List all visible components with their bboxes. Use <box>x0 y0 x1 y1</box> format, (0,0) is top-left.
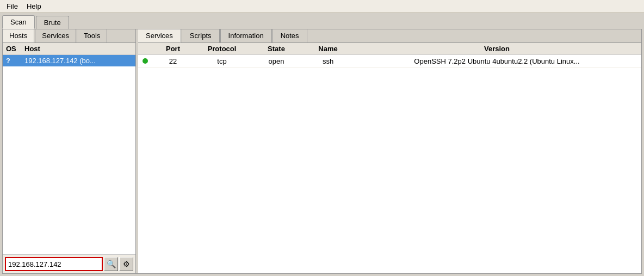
tab-information[interactable]: Information <box>220 29 272 42</box>
service-protocol-cell: tcp <box>195 57 249 65</box>
options-button[interactable]: ⚙ <box>119 257 133 271</box>
hosts-col-os-header: OS <box>3 45 22 53</box>
services-col-name-header: Name <box>304 45 352 53</box>
tab-services-left[interactable]: Services <box>35 29 76 42</box>
tab-notes[interactable]: Notes <box>273 29 307 42</box>
services-col-indicator-header <box>138 45 151 53</box>
app-container: Scan Brute Hosts Services Tools OS Host … <box>0 13 644 276</box>
services-table-header: Port Protocol State Name Version <box>138 43 641 55</box>
left-sub-tab-bar: Hosts Services Tools <box>3 29 135 43</box>
hosts-table: OS Host ? 192.168.127.142 (bo... <box>3 43 135 254</box>
menu-bar: File Help <box>0 0 644 13</box>
host-os-cell: ? <box>3 57 22 65</box>
scan-button[interactable]: 🔍 <box>104 257 118 271</box>
top-tab-bar: Scan Brute <box>2 15 642 29</box>
tab-tools[interactable]: Tools <box>77 29 107 42</box>
tab-hosts[interactable]: Hosts <box>3 29 34 42</box>
hosts-col-host-header: Host <box>22 45 135 53</box>
menu-file[interactable]: File <box>2 1 22 11</box>
services-table-row[interactable]: 22 tcp open ssh OpenSSH 7.2p2 Ubuntu 4ub… <box>138 55 641 68</box>
services-col-version-header: Version <box>352 45 641 53</box>
bottom-input-area: 🔍 ⚙ <box>3 254 135 273</box>
services-col-protocol-header: Protocol <box>195 45 249 53</box>
tab-scan[interactable]: Scan <box>2 15 35 29</box>
hosts-table-row[interactable]: ? 192.168.127.142 (bo... <box>3 55 135 66</box>
right-sub-tab-bar: Services Scripts Information Notes <box>138 29 641 43</box>
tab-brute[interactable]: Brute <box>36 16 69 29</box>
hosts-table-header: OS Host <box>3 43 135 55</box>
menu-help[interactable]: Help <box>22 1 46 11</box>
service-name-cell: ssh <box>304 57 352 65</box>
tab-services-right[interactable]: Services <box>138 29 181 42</box>
service-port-cell: 22 <box>151 57 195 65</box>
left-panel: Hosts Services Tools OS Host ? 192.168.1… <box>3 29 136 273</box>
services-col-port-header: Port <box>151 45 195 53</box>
host-address-cell: 192.168.127.142 (bo... <box>22 57 135 65</box>
gear-icon: ⚙ <box>123 260 130 268</box>
services-col-state-header: State <box>249 45 304 53</box>
search-icon: 🔍 <box>107 260 116 268</box>
service-state-cell: open <box>249 57 304 65</box>
tab-scripts[interactable]: Scripts <box>182 29 220 42</box>
target-input[interactable] <box>5 257 103 271</box>
service-status-indicator <box>138 57 151 65</box>
service-version-cell: OpenSSH 7.2p2 Ubuntu 4ubuntu2.2 (Ubuntu … <box>352 57 641 65</box>
services-table: Port Protocol State Name Version 22 tcp … <box>138 43 641 273</box>
main-panel: Hosts Services Tools OS Host ? 192.168.1… <box>2 29 642 274</box>
green-dot-icon <box>143 58 148 64</box>
right-panel: Services Scripts Information Notes Port … <box>138 29 641 273</box>
